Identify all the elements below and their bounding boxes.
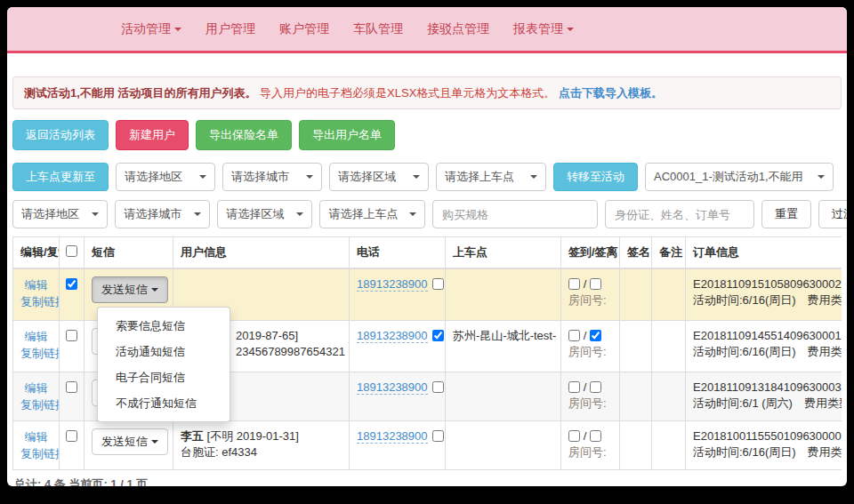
send-sms-button[interactable]: 发送短信	[92, 428, 168, 455]
copy-link-link[interactable]: 复制链接	[20, 293, 52, 310]
new-user-button[interactable]: 新建用户	[116, 120, 189, 150]
action-toolbar: 返回活动列表 新建用户 导出保险名单 导出用户名单	[12, 120, 842, 150]
header-sms: 短信	[85, 237, 173, 269]
user-table: 编辑/复制 短信 用户信息 电话 上车点 签到/签离 签名 备注 订单信息	[12, 236, 842, 470]
search-group: 重置 过滤	[605, 200, 847, 228]
phone-link[interactable]: 18913238900	[357, 429, 428, 444]
select-value: 请选择地区	[125, 169, 182, 185]
checkin-checkout-cell: / 房间号:	[561, 372, 620, 420]
edit-link[interactable]: 编辑	[20, 428, 52, 445]
nav-label: 活动管理	[121, 21, 171, 36]
copy-link-link[interactable]: 复制链接	[20, 445, 52, 462]
chevron-down-icon	[530, 175, 537, 179]
copy-link-link[interactable]: 复制链接	[20, 396, 52, 413]
edit-link[interactable]: 编辑	[20, 380, 52, 396]
sms-menu-item-activity-notice[interactable]: 活动通知短信	[98, 339, 230, 364]
checkin-checkbox[interactable]	[568, 330, 580, 341]
header-user-info: 用户信息	[173, 237, 350, 269]
nav-label: 用户管理	[205, 21, 255, 36]
nav-label: 报表管理	[513, 21, 563, 36]
chevron-down-icon	[174, 28, 181, 31]
phone-link[interactable]: 18913238900	[357, 380, 428, 395]
phone-link[interactable]: 18913238900	[357, 329, 428, 343]
chevron-down-icon	[92, 212, 99, 216]
checkout-checkbox[interactable]	[590, 278, 601, 290]
phone-checkbox[interactable]	[432, 278, 444, 290]
row-select-checkbox[interactable]	[66, 381, 77, 393]
edit-link[interactable]: 编辑	[20, 328, 52, 345]
nav-account-management[interactable]: 账户管理	[279, 21, 329, 37]
pickup-update-row: 上车点更新至 请选择地区 请选择城市 请选择区域 请选择上车点 转移至活动 AC…	[12, 163, 842, 191]
region-filter-select[interactable]: 请选择地区	[12, 200, 108, 228]
order-info-cell: E20181109145514096300019活动时间:6/16(周日) 费用…	[686, 320, 842, 372]
nav-fleet-management[interactable]: 车队管理	[353, 21, 403, 37]
back-to-activity-list-button[interactable]: 返回活动列表	[12, 120, 109, 150]
phone-checkbox[interactable]	[432, 330, 444, 341]
pagination-summary: 总计: 4 条,当前页: 1 / 1 页	[12, 476, 842, 487]
city-select[interactable]: 请选择城市	[222, 163, 322, 191]
row-select-checkbox[interactable]	[66, 430, 77, 442]
district-select[interactable]: 请选择区域	[329, 163, 429, 191]
checkin-checkbox[interactable]	[568, 278, 580, 290]
export-insurance-list-button[interactable]: 导出保险名单	[196, 120, 292, 150]
nav-activity-management[interactable]: 活动管理	[121, 21, 181, 37]
row-select-checkbox[interactable]	[66, 278, 77, 290]
checkin-checkbox[interactable]	[568, 430, 580, 442]
region-select[interactable]: 请选择地区	[116, 163, 215, 191]
table-row: 编辑复制链接 发送短信 李五 [不明 2019-01-31]台胞证: ef433…	[13, 420, 842, 469]
city-filter-select[interactable]: 请选择城市	[115, 200, 210, 228]
chevron-down-icon	[413, 175, 420, 179]
top-navbar: 活动管理 用户管理 账户管理 车队管理 接驳点管理 报表管理	[7, 7, 847, 53]
separator: /	[584, 380, 587, 394]
separator: /	[584, 329, 587, 342]
checkout-checkbox[interactable]	[590, 330, 601, 341]
page-body: 测试活动1,不能用 活动项目的所有用户列表。 导入用户的电子档必须是XLSX格式…	[7, 76, 847, 486]
send-sms-button[interactable]: 发送短信	[92, 276, 168, 303]
sms-dropdown-menu: 索要信息短信 活动通知短信 电子合同短信 不成行通知短信	[97, 307, 230, 422]
chevron-down-icon	[151, 288, 158, 292]
checkout-checkbox[interactable]	[590, 430, 601, 442]
chevron-down-icon	[409, 212, 416, 216]
sms-menu-item-request-info[interactable]: 索要信息短信	[98, 313, 230, 339]
reset-button[interactable]: 重置	[761, 200, 811, 228]
activity-select[interactable]: AC0001_1-测试活动1,不能用	[645, 163, 834, 191]
phone-link[interactable]: 18913238900	[357, 277, 428, 292]
signature-cell	[620, 372, 652, 420]
pickup-point-select[interactable]: 请选择上车点	[436, 163, 546, 191]
select-value: 请选择区域	[226, 206, 284, 222]
chevron-down-icon	[199, 175, 206, 179]
pickup-filter-select[interactable]: 请选择上车点	[319, 200, 425, 228]
select-all-checkbox[interactable]	[66, 245, 77, 257]
pickup-point-cell	[446, 420, 561, 469]
nav-shuttle-point-management[interactable]: 接驳点管理	[427, 21, 489, 37]
checkout-checkbox[interactable]	[590, 381, 601, 393]
district-filter-select[interactable]: 请选择区域	[217, 200, 312, 228]
chevron-down-icon	[151, 440, 158, 444]
spec-input[interactable]	[432, 200, 598, 228]
checkin-checkout-cell: / 房间号:	[561, 420, 620, 469]
download-template-link[interactable]: 点击下载导入模板。	[559, 86, 663, 100]
search-input[interactable]	[605, 200, 754, 228]
chevron-down-icon	[818, 175, 825, 179]
sms-menu-item-cancel-notice[interactable]: 不成行通知短信	[98, 390, 230, 416]
row-select-checkbox[interactable]	[66, 330, 77, 341]
room-label: 房间号:	[568, 344, 612, 360]
room-label: 房间号:	[568, 444, 612, 460]
header-edit-copy: 编辑/复制	[13, 237, 60, 269]
update-pickup-button[interactable]: 上车点更新至	[12, 163, 109, 191]
filter-button[interactable]: 过滤	[818, 200, 847, 228]
chevron-down-icon	[194, 212, 201, 216]
edit-link[interactable]: 编辑	[20, 276, 52, 293]
checkin-checkbox[interactable]	[568, 381, 580, 393]
order-info-cell: E20181001155501096300003活动时间:6/16(周日) 费用…	[686, 420, 842, 469]
copy-link-link[interactable]: 复制链接	[20, 345, 52, 362]
nav-report-management[interactable]: 报表管理	[513, 21, 574, 37]
phone-checkbox[interactable]	[432, 381, 444, 393]
select-value: 请选择上车点	[328, 206, 398, 222]
transfer-to-activity-button[interactable]: 转移至活动	[553, 163, 638, 191]
nav-user-management[interactable]: 用户管理	[205, 21, 255, 37]
phone-checkbox[interactable]	[432, 430, 444, 442]
export-user-list-button[interactable]: 导出用户名单	[299, 120, 395, 150]
note-cell	[652, 268, 686, 320]
sms-menu-item-e-contract[interactable]: 电子合同短信	[98, 364, 230, 390]
